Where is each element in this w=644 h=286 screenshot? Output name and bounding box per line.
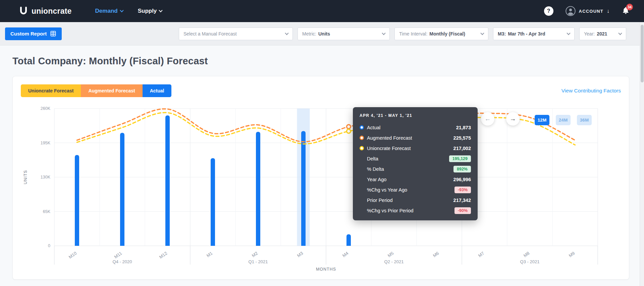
x-tick-label: M8: [523, 251, 530, 258]
x-axis-title: MONTHS: [316, 267, 336, 272]
notifications-button[interactable]: 34: [622, 6, 630, 16]
metric-select-label: Metric:: [302, 31, 316, 37]
tooltip-label-wrap: Prior Period: [360, 198, 393, 203]
legend-augmented-forecast[interactable]: Augmented Forecast: [81, 84, 142, 97]
custom-report-button[interactable]: Custom Report: [5, 27, 62, 40]
metric-select[interactable]: Metric: Units: [298, 27, 390, 40]
legend-unioncrate-forecast[interactable]: Unioncrate Forecast: [21, 84, 81, 97]
time-interval-select[interactable]: Time Interval: Monthly (Fiscal): [394, 27, 488, 40]
year-select-label: Year:: [584, 31, 595, 37]
x-tick-label: M2: [251, 251, 259, 258]
view-contributing-factors-link[interactable]: View Contributing Factors: [561, 88, 621, 94]
forecast-chart[interactable]: 065K130K195K260KQ4 - 2020Q1 - 2021Q2 - 2…: [21, 102, 622, 273]
tooltip-label-wrap: Augmented Forecast: [360, 135, 412, 141]
x-tick-label: M4: [341, 251, 349, 258]
bar-actual[interactable]: [211, 158, 215, 246]
x-tick-label: M3: [296, 251, 304, 258]
tooltip-row-label: %Chg vs Prior Period: [367, 208, 414, 213]
help-icon[interactable]: ?: [544, 6, 553, 16]
delta-badge: 195,129: [449, 155, 471, 162]
bar-actual[interactable]: [346, 234, 351, 246]
hover-marker-unioncrate-forecast[interactable]: [347, 129, 351, 133]
page-title: Total Company: Monthly (Fiscal) Forecast: [12, 56, 644, 67]
tooltip-row-augmented: Augmented Forecast 225,575: [360, 133, 471, 143]
unioncrate-logo[interactable]: unioncrate: [19, 6, 72, 16]
time-interval-value: Monthly (Fiscal): [429, 31, 465, 37]
hover-marker-augmented-forecast[interactable]: [347, 125, 351, 129]
bar-actual[interactable]: [301, 131, 306, 246]
unioncrate-series-icon: [360, 146, 364, 150]
tooltip-row-actual: Actual 21,873: [360, 122, 471, 133]
x-tick-label: M5: [387, 251, 394, 258]
help-glyph: ?: [547, 8, 550, 14]
range-button-group: 12M 24M 36M: [535, 115, 592, 125]
period-select[interactable]: M3: Mar 7th - Apr 3rd: [493, 27, 575, 40]
main-menu: Demand Supply: [95, 8, 162, 14]
bar-actual[interactable]: [75, 155, 79, 246]
y-tick-label: 0: [48, 243, 50, 248]
tooltip-row-value: 296,996: [453, 177, 471, 182]
chart-area: 065K130K195K260KQ4 - 2020Q1 - 2021Q2 - 2…: [21, 102, 622, 273]
tooltip-row-value: 21,873: [456, 125, 471, 130]
tooltip-row-value: 225,575: [453, 135, 471, 141]
x-tick-label: M6: [432, 251, 440, 258]
account-menu[interactable]: ACCOUNT ↓: [566, 6, 609, 16]
tooltip-row-label: Unioncrate Forecast: [367, 146, 411, 151]
chevron-down-icon: [159, 8, 163, 12]
actual-series-icon: [360, 125, 364, 130]
chevron-down-icon: [480, 31, 484, 35]
tooltip-row-label: %Chg vs Year Ago: [367, 187, 407, 193]
tooltip-date-range: APR 4, '21 - MAY 1, '21: [360, 113, 471, 118]
tooltip-label-wrap: Year Ago: [360, 177, 386, 182]
period-select-value: Mar 7th - Apr 3rd: [508, 31, 545, 37]
tooltip-row-chg-year-ago: %Chg vs Year Ago -93%: [360, 185, 471, 195]
notification-count-badge: 34: [626, 4, 633, 10]
tooltip-label-wrap: Delta: [360, 156, 378, 161]
brand-name: unioncrate: [32, 7, 72, 16]
manual-forecast-placeholder: Select a Manual Forecast: [183, 31, 237, 37]
x-tick-label: M12: [158, 251, 168, 260]
tooltip-row-label: Augmented Forecast: [367, 135, 412, 141]
quarter-label: Q3 - 2021: [520, 259, 540, 264]
y-axis-title: UNITS: [23, 170, 28, 185]
legend-actual[interactable]: Actual: [143, 84, 172, 97]
range-24m-button[interactable]: 24M: [556, 115, 571, 125]
tooltip-label-wrap: %Chg vs Year Ago: [360, 187, 407, 193]
tooltip-row-value: 217,342: [453, 198, 471, 203]
x-tick-label: M9: [568, 251, 576, 258]
range-36m-button[interactable]: 36M: [577, 115, 592, 125]
top-navbar: unioncrate Demand Supply ? ACCOUNT ↓: [0, 0, 644, 22]
bar-actual[interactable]: [120, 133, 124, 246]
bar-actual[interactable]: [256, 132, 260, 246]
filter-toolbar: Custom Report Select a Manual Forecast M…: [0, 22, 644, 46]
menu-supply-label: Supply: [138, 8, 157, 14]
manual-forecast-select[interactable]: Select a Manual Forecast: [179, 27, 293, 40]
tooltip-label-wrap: Unioncrate Forecast: [360, 146, 411, 151]
account-label: ACCOUNT: [579, 9, 603, 14]
tooltip-row-year-ago: Year Ago 296,996: [360, 174, 471, 185]
tooltip-row-prior-period: Prior Period 217,342: [360, 195, 471, 205]
tooltip-row-pct-delta: % Delta 892%: [360, 164, 471, 174]
scrollbar[interactable]: [640, 22, 644, 286]
tooltip-row-label: Prior Period: [367, 198, 393, 203]
chart-prev-button[interactable]: ←: [481, 112, 494, 126]
avatar-icon: [566, 6, 576, 16]
chevron-down-icon: [285, 31, 288, 35]
bar-actual[interactable]: [165, 116, 170, 246]
menu-item-demand[interactable]: Demand: [95, 8, 123, 14]
scrollbar-thumb[interactable]: [641, 25, 644, 82]
year-select[interactable]: Year: 2021: [579, 27, 626, 40]
chg-prior-period-badge: -90%: [454, 207, 471, 214]
tooltip-row-label: Delta: [367, 156, 378, 161]
range-12m-button[interactable]: 12M: [535, 115, 549, 125]
time-interval-label: Time Interval:: [399, 31, 427, 37]
tooltip-row-label: Actual: [367, 125, 380, 130]
y-tick-label: 195K: [41, 141, 51, 145]
menu-item-supply[interactable]: Supply: [138, 8, 162, 14]
x-tick-label: M10: [68, 251, 77, 260]
y-tick-label: 65K: [43, 209, 51, 214]
chart-next-button[interactable]: →: [506, 112, 520, 126]
chevron-down-icon: [120, 8, 123, 12]
legend-label: Actual: [150, 88, 164, 93]
tooltip-row-delta: Delta 195,129: [360, 153, 471, 164]
